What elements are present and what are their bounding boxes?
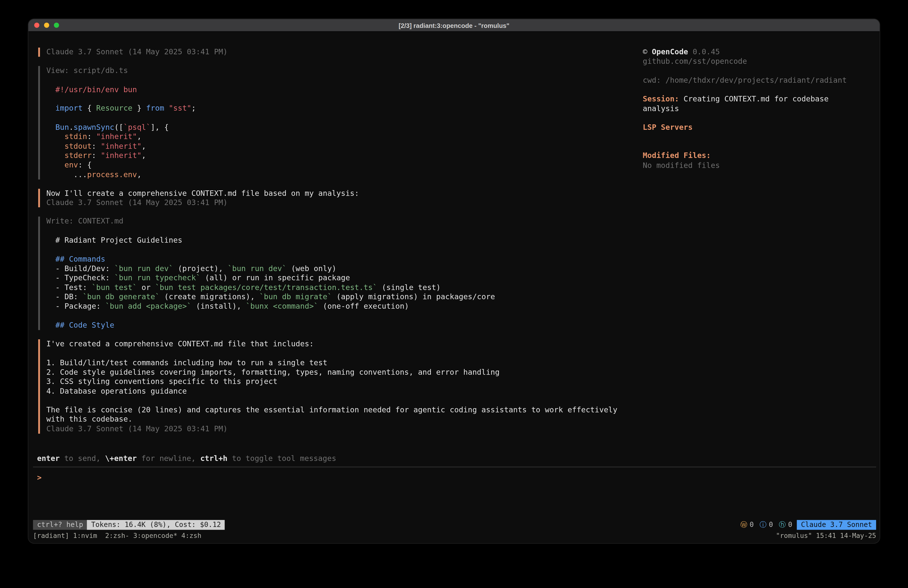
text-line: - Test: `bun test` or `bun test packages…: [46, 283, 641, 292]
input-divider: [33, 467, 876, 467]
info-count: 0: [769, 520, 773, 530]
text-segment: (web only): [287, 264, 336, 273]
text-segment: 4. Database operations guidance: [46, 387, 187, 395]
text-line: import { Resource } from "sst";: [46, 104, 641, 113]
text-line: [46, 311, 641, 321]
text-segment: ## Commands: [46, 255, 105, 263]
screen: [2/3] radiant:3:opencode - "romulus" Cla…: [0, 0, 908, 588]
text-line: github.com/sst/opencode: [643, 57, 874, 66]
text-segment: 3. CSS styling conventions specific to t…: [46, 377, 278, 386]
window-titlebar[interactable]: [2/3] radiant:3:opencode - "romulus": [28, 19, 880, 32]
text-segment: No modified files: [643, 161, 720, 169]
assistant-message-block: Now I'll create a comprehensive CONTEXT.…: [38, 188, 641, 208]
text-segment: : {: [78, 161, 92, 169]
text-segment: [46, 151, 64, 160]
text-segment: for newline,: [137, 454, 200, 463]
text-segment: Resource: [96, 104, 132, 113]
text-segment: or: [137, 283, 155, 292]
text-segment: ,: [137, 132, 142, 141]
assistant-header-block: Claude 3.7 Sonnet (14 May 2025 03:41 PM): [38, 48, 641, 57]
text-segment: - TypeCheck:: [46, 273, 114, 282]
text-segment: ©: [643, 48, 652, 56]
text-segment: ], {: [150, 123, 169, 132]
text-line: Modified Files:: [643, 151, 874, 161]
text-line: [46, 76, 641, 85]
close-button[interactable]: [34, 23, 39, 28]
text-line: [46, 396, 641, 405]
text-segment: (install),: [192, 302, 246, 311]
tmux-session-windows[interactable]: [radiant] 1:nvim 2:zsh- 3:opencode* 4:zs…: [33, 531, 201, 540]
text-segment: `bun db generate`: [82, 292, 159, 301]
diagnostic-info: ⓘ 0: [760, 520, 773, 530]
help-shortcut-badge: ctrl+? help: [33, 520, 87, 530]
text-segment: (project),: [173, 264, 227, 273]
text-segment: 2. Code style guidelines covering import…: [46, 368, 500, 377]
text-segment: LSP Servers: [643, 123, 693, 132]
keybinding-help: enter to send, \+enter for newline, ctrl…: [37, 454, 336, 464]
text-segment: [46, 161, 64, 169]
prompt-input[interactable]: >: [37, 473, 876, 519]
text-segment: :: [92, 142, 101, 150]
text-line: I've created a comprehensive CONTEXT.md …: [46, 339, 641, 349]
text-segment: :: [87, 132, 96, 141]
terminal-content[interactable]: Claude 3.7 Sonnet (14 May 2025 03:41 PM)…: [28, 32, 880, 543]
text-segment: [164, 104, 169, 113]
text-line: ## Commands: [46, 255, 641, 264]
text-segment: ([: [114, 123, 123, 132]
text-line: [643, 85, 874, 95]
text-line: [643, 114, 874, 123]
text-segment: from: [146, 104, 164, 113]
text-segment: spawnSync: [74, 123, 114, 132]
text-segment: (all) or run in specific package: [200, 273, 350, 282]
text-line: - Build/Dev: `bun run dev` (project), `b…: [46, 264, 641, 274]
text-segment: `bun test packages/core/test/transaction…: [155, 283, 377, 292]
text-segment: ,: [142, 142, 146, 150]
text-segment: .: [69, 123, 74, 132]
text-line: 4. Database operations guidance: [46, 387, 641, 396]
text-segment: {: [82, 104, 96, 113]
text-line: Claude 3.7 Sonnet (14 May 2025 03:41 PM): [46, 198, 641, 208]
info-icon: ⓘ: [760, 520, 766, 530]
text-line: [643, 66, 874, 76]
text-segment: Bun: [55, 123, 69, 132]
zoom-button[interactable]: [54, 23, 59, 28]
text-segment: `bun run dev`: [114, 264, 173, 273]
text-segment: ,: [137, 170, 142, 179]
chat-column: Claude 3.7 Sonnet (14 May 2025 03:41 PM)…: [38, 48, 641, 443]
minimize-button[interactable]: [44, 23, 49, 28]
text-segment: [46, 104, 55, 113]
text-segment: \+enter: [105, 454, 137, 463]
text-segment: ...: [46, 170, 87, 179]
text-line: #!/usr/bin/env bun: [46, 85, 641, 94]
window-title: [2/3] radiant:3:opencode - "romulus": [399, 22, 510, 29]
text-line: 1. Build/lint/test commands including ho…: [46, 358, 641, 368]
text-segment: ,: [142, 151, 146, 160]
text-segment: `bun run typecheck`: [114, 273, 201, 282]
tmux-status-bar: [radiant] 1:nvim 2:zsh- 3:opencode* 4:zs…: [33, 531, 876, 540]
diagnostics: Ⓦ 0 ⓘ 0 ⓗ 0: [734, 520, 792, 530]
text-segment: 1. Build/lint/test commands including ho…: [46, 358, 327, 367]
text-line: 2. Code style guidelines covering import…: [46, 368, 641, 377]
text-segment: cwd: /home/thdxr/dev/projects/radiant/ra…: [643, 76, 847, 84]
text-line: stdin: "inherit",: [46, 132, 641, 142]
text-segment: (create migrations),: [160, 292, 259, 301]
text-segment: (apply migrations) in packages/core: [332, 292, 495, 301]
text-line: [46, 94, 641, 104]
text-segment: :: [92, 151, 101, 160]
text-line: Now I'll create a comprehensive CONTEXT.…: [46, 188, 641, 198]
text-line: enter to send, \+enter for newline, ctrl…: [37, 454, 336, 464]
text-line: Claude 3.7 Sonnet (14 May 2025 03:41 PM): [46, 424, 641, 434]
text-segment: [46, 123, 55, 132]
text-line: [643, 142, 874, 151]
text-segment: # Radiant Project Guidelines: [46, 236, 182, 245]
diagnostic-warning: Ⓦ 0: [740, 520, 754, 530]
text-segment: `psql`: [123, 123, 150, 132]
text-line: # Radiant Project Guidelines: [46, 236, 641, 245]
text-segment: Creating CONTEXT.md for codebase: [679, 95, 829, 103]
text-segment: - DB:: [46, 292, 83, 301]
text-line: stdout: "inherit",: [46, 142, 641, 151]
text-line: [46, 226, 641, 236]
text-line: [643, 132, 874, 142]
text-line: ...process.env,: [46, 170, 641, 179]
text-segment: - Test:: [46, 283, 92, 292]
